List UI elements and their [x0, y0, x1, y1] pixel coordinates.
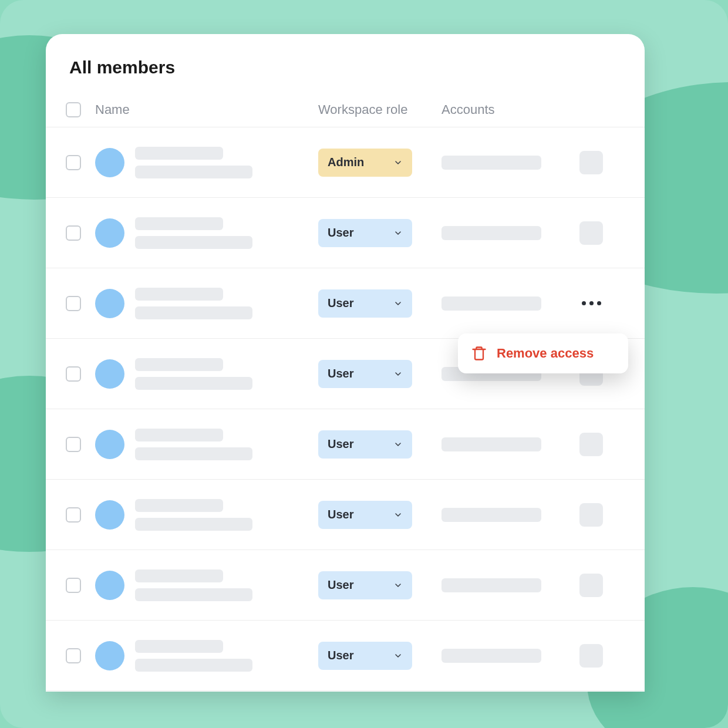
table-header: Name Workspace role Accounts — [46, 94, 645, 127]
avatar — [95, 218, 124, 248]
column-accounts: Accounts — [441, 102, 559, 117]
avatar — [95, 148, 124, 177]
avatar — [95, 641, 124, 670]
accounts-placeholder — [441, 296, 541, 311]
name-cell — [95, 429, 318, 460]
name-placeholder — [135, 288, 223, 301]
members-panel: All members Name Workspace role Accounts… — [46, 34, 645, 692]
accounts-placeholder — [441, 156, 541, 170]
row-checkbox[interactable] — [66, 366, 81, 382]
action-placeholder — [579, 574, 603, 597]
name-cell — [95, 358, 318, 390]
action-placeholder — [579, 151, 603, 174]
row-checkbox[interactable] — [66, 648, 81, 663]
chevron-down-icon — [393, 369, 403, 379]
avatar — [95, 500, 124, 530]
role-select[interactable]: User — [318, 289, 412, 318]
chevron-down-icon — [393, 651, 403, 660]
role-label: User — [328, 226, 353, 240]
subtext-placeholder — [135, 447, 252, 460]
name-cell — [95, 499, 318, 531]
chevron-down-icon — [393, 158, 403, 167]
role-label: User — [328, 649, 353, 662]
role-select[interactable]: Admin — [318, 149, 412, 177]
accounts-placeholder — [441, 226, 541, 240]
subtext-placeholder — [135, 659, 252, 672]
role-select[interactable]: User — [318, 571, 412, 599]
action-placeholder — [579, 503, 603, 527]
table-row: User — [46, 409, 645, 480]
name-cell — [95, 569, 318, 601]
role-label: User — [328, 367, 353, 380]
name-cell — [95, 288, 318, 319]
role-select[interactable]: User — [318, 501, 412, 529]
row-checkbox[interactable] — [66, 578, 81, 593]
table-row: User — [46, 691, 645, 692]
avatar — [95, 289, 124, 318]
row-checkbox[interactable] — [66, 155, 81, 170]
accounts-placeholder — [441, 437, 541, 451]
subtext-placeholder — [135, 236, 252, 249]
avatar — [95, 359, 124, 389]
avatar — [95, 430, 124, 459]
accounts-placeholder — [441, 508, 541, 522]
name-placeholder — [135, 147, 223, 160]
chevron-down-icon — [393, 440, 403, 449]
name-cell — [95, 147, 318, 178]
remove-access-button[interactable]: Remove access — [497, 346, 594, 361]
role-select[interactable]: User — [318, 360, 412, 388]
column-role: Workspace role — [318, 102, 441, 117]
background: All members Name Workspace role Accounts… — [0, 0, 728, 728]
role-label: User — [328, 437, 353, 451]
chevron-down-icon — [393, 228, 403, 238]
table-row: User — [46, 198, 645, 268]
role-label: User — [328, 508, 353, 521]
role-select[interactable]: User — [318, 430, 412, 459]
row-checkbox[interactable] — [66, 507, 81, 523]
name-cell — [95, 217, 318, 249]
role-select[interactable]: User — [318, 219, 412, 247]
table-row: User — [46, 621, 645, 691]
accounts-placeholder — [441, 649, 541, 663]
action-placeholder — [579, 433, 603, 456]
subtext-placeholder — [135, 306, 252, 319]
row-checkbox[interactable] — [66, 296, 81, 311]
select-all-checkbox[interactable] — [66, 102, 81, 117]
table-row: User — [46, 550, 645, 621]
table-row: Admin — [46, 127, 645, 198]
chevron-down-icon — [393, 581, 403, 590]
name-placeholder — [135, 569, 223, 582]
action-placeholder — [579, 221, 603, 245]
row-actions-popover: Remove access — [458, 333, 628, 373]
table-row: User — [46, 480, 645, 550]
name-cell — [95, 640, 318, 672]
trash-icon — [471, 345, 487, 362]
role-label: User — [328, 296, 353, 310]
accounts-placeholder — [441, 578, 541, 592]
subtext-placeholder — [135, 518, 252, 531]
name-placeholder — [135, 499, 223, 512]
name-placeholder — [135, 217, 223, 230]
name-placeholder — [135, 358, 223, 371]
page-title: All members — [46, 58, 645, 94]
subtext-placeholder — [135, 377, 252, 390]
subtext-placeholder — [135, 588, 252, 601]
action-placeholder — [579, 644, 603, 668]
chevron-down-icon — [393, 299, 403, 308]
chevron-down-icon — [393, 510, 403, 520]
role-label: Admin — [328, 156, 364, 169]
more-actions-button[interactable] — [582, 301, 601, 305]
table-row: User — [46, 268, 645, 339]
subtext-placeholder — [135, 166, 252, 178]
row-checkbox[interactable] — [66, 225, 81, 241]
role-label: User — [328, 578, 353, 592]
row-checkbox[interactable] — [66, 437, 81, 452]
name-placeholder — [135, 640, 223, 653]
name-placeholder — [135, 429, 223, 441]
role-select[interactable]: User — [318, 642, 412, 670]
column-name: Name — [95, 102, 318, 117]
avatar — [95, 571, 124, 600]
